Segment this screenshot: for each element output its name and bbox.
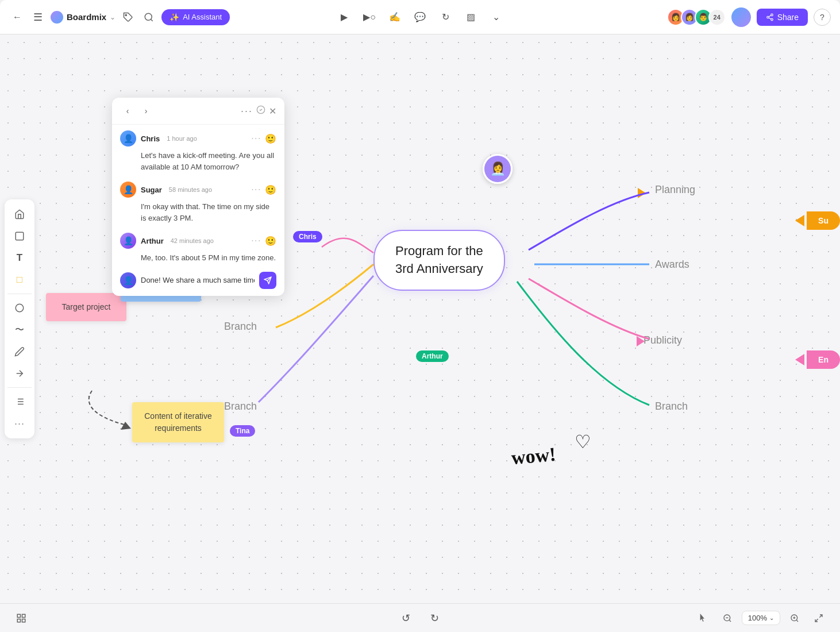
comment-text-sugar: I'm okay with that. The time on my side … xyxy=(120,201,276,223)
svg-rect-7 xyxy=(16,232,24,240)
comment-chris-emoji[interactable]: 🙂 xyxy=(265,133,276,144)
svg-point-1 xyxy=(145,13,152,20)
comment-time-sugar: 58 minutes ago xyxy=(169,186,212,193)
zoom-chevron-icon: ⌄ xyxy=(769,615,774,621)
fullscreen-button[interactable] xyxy=(809,608,829,628)
cursor-chris-label: Chris xyxy=(293,231,322,242)
bottombar-center: ↺ ↻ xyxy=(396,608,444,628)
sticky-arrow xyxy=(46,373,161,442)
tag-button[interactable] xyxy=(120,9,136,25)
cursor-arthur: Arthur xyxy=(416,349,449,362)
svg-marker-19 xyxy=(121,422,131,430)
center-node: Program for the 3rd Anniversary xyxy=(373,230,505,291)
comment-send-button[interactable] xyxy=(259,272,276,289)
brand-chevron-icon: ⌄ xyxy=(110,13,115,21)
toolbar-more-icon[interactable]: ⌄ xyxy=(487,8,505,26)
search-button[interactable] xyxy=(141,9,157,25)
share-button[interactable]: Share xyxy=(757,9,808,26)
sidebar-item-frame[interactable] xyxy=(9,226,30,246)
bottombar: ↺ ↻ 100% ⌄ xyxy=(0,603,840,632)
branch-awards: Awards xyxy=(655,259,689,271)
svg-rect-26 xyxy=(17,619,20,622)
comment-arthur-emoji[interactable]: 🙂 xyxy=(265,236,276,246)
bottombar-left xyxy=(11,608,31,628)
sidebar-item-connect[interactable] xyxy=(9,363,30,384)
comment-close-button[interactable]: ✕ xyxy=(269,106,276,117)
svg-rect-23 xyxy=(17,614,20,617)
sidebar-item-more[interactable]: ··· xyxy=(9,413,30,434)
zoom-control[interactable]: 100% ⌄ xyxy=(742,611,780,625)
svg-point-4 xyxy=(770,18,773,21)
zoom-in-button[interactable] xyxy=(785,608,804,628)
branch-left-bottom: Branch xyxy=(224,400,257,413)
wow-heart: ♡ xyxy=(575,431,591,453)
help-button[interactable]: ? xyxy=(814,9,831,26)
comment-arthur-more[interactable]: ··· xyxy=(251,236,261,246)
sidebar-item-pen[interactable]: 〜 xyxy=(9,319,30,340)
comment-input-row: 👤 xyxy=(112,267,284,289)
menu-button[interactable]: ☰ xyxy=(30,9,46,25)
comment-sugar-emoji[interactable]: 🙂 xyxy=(265,184,276,195)
planning-arrow xyxy=(638,188,646,198)
sidebar-item-home[interactable] xyxy=(9,204,30,225)
partial-node-su: Su xyxy=(795,211,840,230)
branch-publicity: Publicity xyxy=(644,334,682,346)
back-button[interactable]: ← xyxy=(9,9,25,25)
toolbar-forward-icon[interactable]: ▶ xyxy=(335,8,353,26)
comment-panel: ‹ › ··· ✕ 👤 Chris 1 hour ago ··· 🙂 Let's… xyxy=(112,98,284,296)
publicity-arrow xyxy=(637,336,645,346)
user-avatar[interactable] xyxy=(731,7,751,27)
svg-line-35 xyxy=(815,619,818,622)
comment-input[interactable] xyxy=(141,276,255,284)
bottombar-right: 100% ⌄ xyxy=(693,608,829,628)
ai-assistant-button[interactable]: ✨ AI Assistant xyxy=(161,9,230,25)
toolbar-play-icon[interactable]: ▶○ xyxy=(360,8,379,26)
svg-rect-24 xyxy=(22,614,25,617)
comment-check-button[interactable] xyxy=(256,105,265,117)
undo-button[interactable]: ↺ xyxy=(396,608,415,628)
cursor-tool-button[interactable] xyxy=(693,608,713,628)
toolbar-chat-icon[interactable]: 💬 xyxy=(411,8,429,26)
ai-label: AI Assistant xyxy=(183,13,222,21)
comment-panel-header: ‹ › ··· ✕ xyxy=(112,98,284,125)
sidebar-item-text[interactable]: T xyxy=(9,248,30,268)
svg-line-28 xyxy=(729,620,731,622)
comment-chris-more[interactable]: ··· xyxy=(251,133,261,144)
sticky-note-target[interactable]: Target project xyxy=(46,293,126,321)
comment-sugar-more[interactable]: ··· xyxy=(251,184,261,195)
sidebar-item-sticky[interactable]: □ xyxy=(9,269,30,290)
redo-button[interactable]: ↻ xyxy=(425,608,444,628)
toolbar-chart-icon[interactable]: ▨ xyxy=(461,8,480,26)
share-label: Share xyxy=(777,13,799,22)
brand-logo[interactable]: Boardmix ⌄ xyxy=(51,11,115,24)
sidebar-item-shape[interactable] xyxy=(9,298,30,318)
toolbar-hand-icon[interactable]: ✍ xyxy=(386,8,404,26)
comment-name-sugar: Sugar xyxy=(141,186,162,194)
cursor-arthur-label: Arthur xyxy=(416,350,449,362)
sidebar-divider-2 xyxy=(7,387,32,388)
partial-node-e: En xyxy=(795,350,840,369)
comment-avatar-sugar: 👤 xyxy=(120,182,136,198)
comment-avatar-arthur: 👤 xyxy=(120,233,136,249)
sidebar-item-draw[interactable] xyxy=(9,341,30,362)
svg-line-6 xyxy=(769,15,771,16)
left-sidebar: T □ 〜 ··· xyxy=(5,199,34,438)
comment-time-arthur: 42 minutes ago xyxy=(171,237,214,244)
comment-prev-button[interactable]: ‹ xyxy=(120,103,135,118)
bottombar-grid-button[interactable] xyxy=(11,608,31,628)
canvas[interactable]: T □ 〜 ··· xyxy=(0,34,840,603)
comment-text-chris: Let's have a kick-off meeting. Are you a… xyxy=(120,150,276,172)
sidebar-divider xyxy=(7,294,32,294)
zoom-out-button[interactable] xyxy=(718,608,737,628)
toolbar-undo-icon[interactable]: ↻ xyxy=(436,8,454,26)
comment-name-arthur: Arthur xyxy=(141,237,164,245)
svg-point-8 xyxy=(16,304,24,312)
ai-icon: ✨ xyxy=(169,13,179,22)
comment-next-button[interactable]: › xyxy=(138,103,153,118)
comment-more-button[interactable]: ··· xyxy=(241,105,253,117)
sidebar-item-list[interactable] xyxy=(9,391,30,412)
canvas-profile-lady: 👩‍💼 xyxy=(483,154,513,184)
brand-name: Boardmix xyxy=(67,12,106,22)
collaborators-count: 24 xyxy=(708,9,726,26)
cursor-tina-label: Tina xyxy=(230,425,255,437)
